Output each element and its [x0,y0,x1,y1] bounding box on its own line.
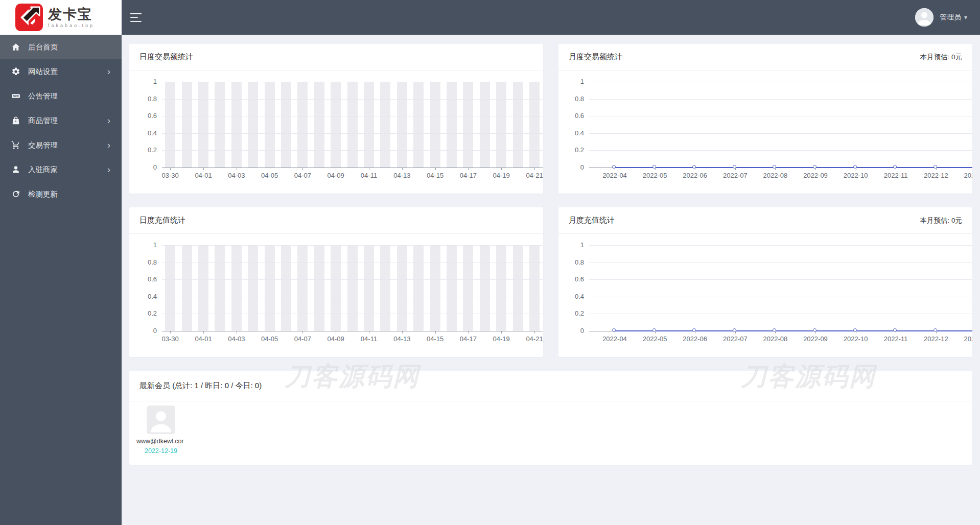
monthly-transactions-chart: 00.20.40.60.812022-042022-052022-062022-… [558,70,972,193]
gear-icon [11,67,20,76]
brand-name: 发卡宝 [48,7,95,21]
chart-title: 日度充值统计 [139,216,185,225]
card-monthly-transactions: 月度交易额统计 本月预估: 0元 00.20.40.60.812022-0420… [558,44,972,194]
user-name[interactable]: 管理员 [940,13,961,22]
main-content: 日度交易额统计 00.20.40.60.8103-3004-0104-0304-… [122,35,980,525]
top-header: 发卡宝 fakabao.top 管理员 ▾ [0,0,980,35]
monthly-estimate-label: 本月预估: 0元 [920,53,962,62]
sidebar-item-announcements[interactable]: NEW 公告管理 [0,84,122,108]
sidebar-item-site-settings[interactable]: 网站设置 › [0,59,122,84]
daily-recharge-chart: 00.20.40.60.8103-3004-0104-0304-0504-070… [129,234,543,356]
card-daily-recharge: 日度充值统计 00.20.40.60.8103-3004-0104-0304-0… [129,207,543,357]
bag-icon [11,116,20,125]
menu-toggle-icon[interactable] [130,12,144,22]
card-daily-transactions: 日度交易额统计 00.20.40.60.8103-3004-0104-0304-… [129,44,543,194]
chart-title: 月度交易额统计 [569,52,622,62]
sidebar-item-products[interactable]: 商品管理 › [0,108,122,133]
sidebar-item-check-updates[interactable]: 检测更新 [0,182,122,206]
svg-text:NEW: NEW [13,95,19,98]
chevron-right-icon: › [107,165,110,174]
monthly-recharge-chart: 00.20.40.60.812022-042022-052022-062022-… [558,234,972,356]
announcement-icon: NEW [11,91,20,101]
brand-domain: fakabao.top [48,23,95,28]
monthly-estimate-label: 本月预估: 0元 [920,216,962,225]
home-icon [11,42,20,52]
member-register-date: 2022-12-19 [136,447,185,455]
sidebar-item-dashboard[interactable]: 后台首页 [0,35,122,59]
update-refresh-icon [11,189,20,199]
member-item: www@dkewl.com 2022-12-19 [136,405,185,455]
sidebar-nav: 后台首页 网站设置 › NEW 公告管理 商品管理 › 交易管理 › 入驻商家 … [0,35,122,525]
card-latest-members: 最新会员 (总计: 1 / 昨日: 0 / 今日: 0) www@dkewl.c… [129,371,972,465]
chevron-down-icon: ▾ [964,14,967,21]
card-monthly-recharge: 月度充值统计 本月预估: 0元 00.20.40.60.812022-04202… [558,207,972,357]
brand-logo: 发卡宝 fakabao.top [0,0,122,35]
user-menu[interactable]: 管理员 ▾ [915,8,967,27]
member-avatar [147,405,175,434]
brand-logo-icon [15,4,43,31]
sidebar-item-merchants[interactable]: 入驻商家 › [0,157,122,182]
merchant-icon [11,165,20,174]
chevron-right-icon: › [107,67,110,76]
members-title: 最新会员 (总计: 1 / 昨日: 0 / 今日: 0) [139,381,262,391]
chart-title: 月度充值统计 [569,216,615,225]
chevron-right-icon: › [107,116,110,125]
sidebar-item-transactions[interactable]: 交易管理 › [0,133,122,157]
chart-title: 日度交易额统计 [139,52,193,62]
chevron-right-icon: › [107,140,110,150]
user-avatar[interactable] [915,8,934,27]
daily-transactions-chart: 00.20.40.60.8103-3004-0104-0304-0504-070… [129,70,543,193]
member-email: www@dkewl.com [136,438,183,445]
cart-icon [11,140,20,150]
